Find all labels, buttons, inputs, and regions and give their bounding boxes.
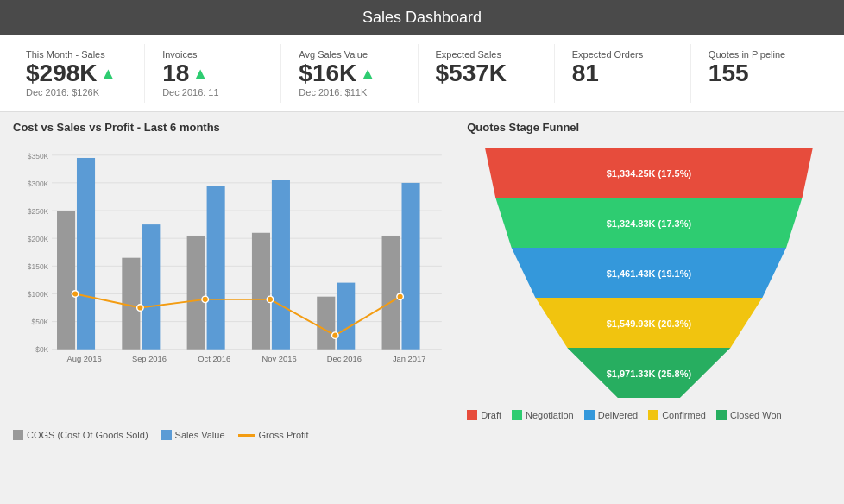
- svg-rect-16: [57, 211, 75, 350]
- metric-card-2: Avg Sales Value $16K▲ Dec 2016: $11K: [290, 44, 418, 103]
- svg-rect-31: [382, 236, 400, 350]
- metric-sub-1: Dec 2016: 11: [162, 87, 272, 98]
- metric-label-3: Expected Sales: [436, 49, 545, 60]
- bar-chart-section: Cost vs Sales vs Profit - Last 6 months …: [13, 121, 450, 440]
- profit-legend-line: [238, 434, 255, 437]
- svg-point-40: [137, 305, 143, 311]
- funnel-legend-label-0: Draft: [481, 410, 501, 420]
- funnel-legend-label-2: Delivered: [598, 410, 638, 420]
- funnel-chart-section: Quotes Stage Funnel $1,334.25K (17.5%)$1…: [467, 121, 831, 440]
- funnel-legend-box-0: [467, 410, 477, 420]
- profit-legend-label: Gross Profit: [259, 430, 309, 440]
- legend-sales: Sales Value: [161, 430, 225, 440]
- metric-value-1: 18▲: [162, 60, 272, 87]
- svg-text:$0K: $0K: [35, 345, 48, 354]
- funnel-legend-item-4: Closed Won: [716, 410, 782, 420]
- sales-legend-label: Sales Value: [175, 430, 225, 440]
- funnel-legend-box-1: [512, 410, 522, 420]
- funnel-label-1: $1,324.83K (17.3%): [607, 218, 692, 229]
- svg-text:$300K: $300K: [28, 180, 49, 188]
- metric-sub-2: Dec 2016: $11K: [299, 87, 408, 98]
- funnel-label-0: $1,334.25K (17.5%): [607, 168, 692, 179]
- funnel-legend-item-2: Delivered: [584, 410, 638, 420]
- funnel-legend-box-3: [648, 410, 658, 420]
- svg-rect-28: [317, 297, 335, 350]
- metric-sub-0: Dec 2016: $126K: [26, 87, 135, 98]
- cogs-legend-box: [13, 430, 23, 440]
- funnel-legend-box-2: [584, 410, 595, 420]
- svg-text:$350K: $350K: [28, 152, 49, 161]
- metric-value-2: $16K▲: [299, 60, 408, 87]
- up-arrow-icon: ▲: [360, 65, 375, 83]
- svg-text:$100K: $100K: [28, 290, 49, 299]
- svg-text:Jan 2017: Jan 2017: [393, 355, 426, 363]
- svg-point-43: [332, 332, 338, 338]
- svg-rect-25: [252, 233, 270, 350]
- metrics-row: This Month - Sales $298K▲ Dec 2016: $126…: [0, 35, 844, 112]
- funnel-legend-box-4: [716, 410, 727, 420]
- funnel-legend-item-3: Confirmed: [648, 410, 706, 420]
- bar-chart-title: Cost vs Sales vs Profit - Last 6 months: [13, 121, 450, 134]
- svg-rect-26: [272, 180, 290, 350]
- svg-rect-32: [401, 183, 419, 350]
- svg-point-42: [267, 296, 273, 302]
- header: Sales Dashboard: [0, 0, 844, 35]
- funnel-legend-label-1: Negotiation: [526, 410, 574, 420]
- funnel-chart-title: Quotes Stage Funnel: [467, 121, 831, 134]
- funnel-legend: Draft Negotiation Delivered Confirmed Cl…: [467, 410, 831, 420]
- svg-text:Dec 2016: Dec 2016: [327, 355, 362, 363]
- svg-rect-19: [122, 258, 140, 350]
- metric-value-4: 81: [572, 60, 682, 87]
- svg-text:$150K: $150K: [28, 262, 49, 271]
- up-arrow-icon: ▲: [192, 65, 208, 83]
- sales-legend-box: [161, 430, 172, 440]
- svg-rect-22: [187, 236, 205, 350]
- metric-card-0: This Month - Sales $298K▲ Dec 2016: $126…: [17, 44, 145, 103]
- svg-rect-20: [142, 224, 160, 350]
- funnel-legend-item-1: Negotiation: [512, 410, 574, 420]
- svg-text:Oct 2016: Oct 2016: [198, 355, 230, 363]
- svg-point-44: [397, 293, 403, 299]
- svg-text:$50K: $50K: [32, 318, 49, 326]
- page-title: Sales Dashboard: [362, 9, 482, 26]
- bar-chart-container: $0K$50K$100K$150K$200K$250K$300K$350KAug…: [13, 139, 450, 426]
- funnel-legend-label-3: Confirmed: [662, 410, 706, 420]
- metric-value-5: 155: [709, 60, 818, 87]
- up-arrow-icon: ▲: [101, 65, 117, 83]
- metric-value-0: $298K▲: [26, 60, 135, 87]
- metric-card-1: Invoices 18▲ Dec 2016: 11: [154, 44, 281, 103]
- metric-card-5: Quotes in Pipeline 155: [700, 44, 827, 103]
- svg-text:$250K: $250K: [28, 207, 49, 216]
- legend-cogs: COGS (Cost Of Goods Sold): [13, 430, 148, 440]
- svg-text:$200K: $200K: [28, 235, 49, 243]
- svg-text:Nov 2016: Nov 2016: [262, 355, 297, 363]
- bar-chart-legend: COGS (Cost Of Goods Sold) Sales Value Gr…: [13, 430, 450, 440]
- metric-card-3: Expected Sales $537K: [427, 44, 555, 103]
- funnel-label-2: $1,461.43K (19.1%): [607, 268, 692, 279]
- metric-label-4: Expected Orders: [572, 49, 682, 60]
- svg-text:Aug 2016: Aug 2016: [67, 355, 102, 363]
- svg-text:Sep 2016: Sep 2016: [132, 355, 167, 363]
- svg-rect-23: [207, 186, 225, 350]
- cogs-legend-label: COGS (Cost Of Goods Sold): [27, 430, 148, 440]
- svg-rect-29: [337, 283, 355, 350]
- funnel-legend-label-4: Closed Won: [730, 410, 782, 420]
- metric-card-4: Expected Orders 81: [564, 44, 691, 103]
- metric-label-0: This Month - Sales: [26, 49, 135, 60]
- funnel-label-3: $1,549.93K (20.3%): [607, 318, 692, 329]
- funnel-label-4: $1,971.33K (25.8%): [607, 369, 692, 379]
- svg-rect-17: [77, 158, 95, 350]
- charts-row: Cost vs Sales vs Profit - Last 6 months …: [0, 112, 844, 449]
- svg-point-39: [72, 291, 78, 297]
- funnel-legend-item-0: Draft: [467, 410, 501, 420]
- legend-profit: Gross Profit: [238, 430, 309, 440]
- metric-label-2: Avg Sales Value: [299, 49, 408, 60]
- svg-point-41: [202, 296, 208, 302]
- metric-label-1: Invoices: [162, 49, 272, 60]
- metric-value-3: $537K: [436, 60, 545, 87]
- metric-label-5: Quotes in Pipeline: [709, 49, 818, 60]
